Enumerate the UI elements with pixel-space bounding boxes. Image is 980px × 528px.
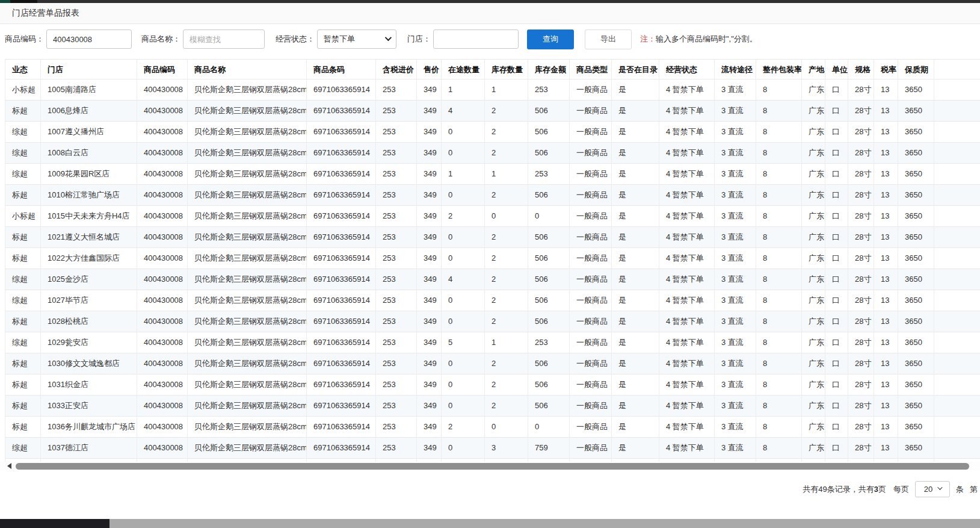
table-cell: 4 暂禁下单 bbox=[659, 417, 715, 438]
table-cell: 400430008 bbox=[137, 438, 188, 459]
table-cell: 506 bbox=[528, 101, 570, 122]
table-cell: 506 bbox=[528, 269, 570, 290]
table-cell: 广东 bbox=[802, 248, 825, 269]
table-cell bbox=[934, 248, 980, 269]
table-cell: 349 bbox=[417, 164, 442, 185]
table-cell: 2 bbox=[442, 417, 485, 438]
table-row: 标超1033正安店400430008贝伦斯企鹅三层钢双层蒸锅28cm697106… bbox=[5, 396, 980, 417]
operation-status-select[interactable]: 暂禁下单 bbox=[317, 30, 396, 49]
column-header: 流转途径 bbox=[715, 59, 756, 79]
table-cell: 4 bbox=[442, 269, 485, 290]
table-cell: 小标超 bbox=[5, 206, 41, 227]
table-cell: 4 暂禁下单 bbox=[659, 164, 715, 185]
table-cell: 253 bbox=[376, 374, 417, 396]
pagination-summary: 共有49条记录，共有3页 bbox=[803, 484, 886, 495]
table-cell: 28寸 bbox=[848, 374, 874, 396]
table-cell: 13 bbox=[874, 269, 898, 290]
table-cell: 是 bbox=[612, 101, 659, 122]
table-cell: 是 bbox=[612, 374, 659, 396]
page-scrollbar-thumb[interactable] bbox=[0, 519, 109, 528]
table-cell: 广东 bbox=[802, 206, 825, 227]
table-cell: 口 bbox=[825, 290, 848, 311]
table-cell: 6971063365914 bbox=[307, 206, 376, 227]
table-cell: 是 bbox=[612, 396, 659, 417]
table-cell: 3 直流 bbox=[715, 101, 756, 122]
table-cell: 3650 bbox=[898, 248, 934, 269]
table-cell: 口 bbox=[825, 122, 848, 143]
export-button[interactable]: 导出 bbox=[585, 30, 632, 49]
column-header: 业态 bbox=[5, 59, 41, 79]
table-cell: 506 bbox=[528, 122, 570, 143]
table-cell: 0 bbox=[485, 417, 528, 438]
table-cell: 口 bbox=[825, 143, 848, 164]
unit-label: 条 bbox=[956, 484, 964, 495]
table-cell: 349 bbox=[417, 122, 442, 143]
column-header: 售价 bbox=[417, 59, 442, 79]
table-cell: 8 bbox=[756, 122, 802, 143]
table-horizontal-scrollbar[interactable] bbox=[0, 462, 980, 470]
column-header: 库存数量 bbox=[485, 59, 528, 79]
column-header: 含税进价 bbox=[376, 59, 417, 79]
table-cell: 4 暂禁下单 bbox=[659, 332, 715, 353]
column-header: 保质期 bbox=[898, 59, 934, 79]
table-cell: 是 bbox=[612, 417, 659, 438]
table-cell: 2 bbox=[485, 185, 528, 206]
table-cell bbox=[934, 185, 980, 206]
column-header: 在途数量 bbox=[442, 59, 485, 79]
table-cell: 28寸 bbox=[848, 311, 874, 332]
table-cell: 1025金沙店 bbox=[41, 269, 137, 290]
table-cell: 口 bbox=[825, 101, 848, 122]
table-cell: 贝伦斯企鹅三层钢双层蒸锅28cm bbox=[188, 122, 307, 143]
scroll-left-arrow-icon[interactable] bbox=[7, 463, 11, 469]
store-input[interactable] bbox=[433, 30, 519, 49]
table-cell: 一般商品 bbox=[570, 438, 612, 459]
table-cell: 3650 bbox=[898, 311, 934, 332]
table-cell: 13 bbox=[874, 311, 898, 332]
product-code-input[interactable] bbox=[46, 30, 132, 49]
table-cell: 253 bbox=[376, 311, 417, 332]
summary-mid: 条记录，共有 bbox=[827, 485, 874, 494]
page-size-select[interactable]: 20 bbox=[915, 481, 950, 497]
table-cell: 1037德江店 bbox=[41, 438, 137, 459]
table-cell: 一般商品 bbox=[570, 164, 612, 185]
table-cell: 4 暂禁下单 bbox=[659, 79, 715, 101]
page-horizontal-scrollbar[interactable] bbox=[0, 519, 980, 528]
table-cell: 一般商品 bbox=[570, 248, 612, 269]
table-cell: 6971063365914 bbox=[307, 417, 376, 438]
table-cell: 口 bbox=[825, 353, 848, 374]
table-cell: 贝伦斯企鹅三层钢双层蒸锅28cm bbox=[188, 332, 307, 353]
table-cell: 253 bbox=[528, 79, 570, 101]
table-cell: 6971063365914 bbox=[307, 438, 376, 459]
table-cell: 6971063365914 bbox=[307, 164, 376, 185]
table-cell: 400430008 bbox=[137, 374, 188, 396]
title-bar: 门店经营单品报表 bbox=[0, 3, 980, 24]
table-cell: 28寸 bbox=[848, 101, 874, 122]
table-cell: 28寸 bbox=[848, 290, 874, 311]
table-cell: 8 bbox=[756, 438, 802, 459]
summary-suffix: 页 bbox=[878, 485, 886, 494]
table-cell: 1029瓮安店 bbox=[41, 332, 137, 353]
table-cell: 13 bbox=[874, 290, 898, 311]
table-cell: 4 暂禁下单 bbox=[659, 438, 715, 459]
column-header: 单位 bbox=[825, 59, 848, 79]
table-cell: 3650 bbox=[898, 396, 934, 417]
product-name-input[interactable] bbox=[183, 30, 265, 49]
table-cell: 3650 bbox=[898, 143, 934, 164]
table-cell: 是 bbox=[612, 311, 659, 332]
report-table-viewport: 业态门店商品编码商品名称商品条码含税进价售价在途数量库存数量库存金额商品类型是否… bbox=[0, 59, 980, 470]
column-header: 门店 bbox=[41, 59, 137, 79]
query-button[interactable]: 查询 bbox=[527, 30, 574, 49]
table-cell: 28寸 bbox=[848, 438, 874, 459]
table-cell: 0 bbox=[442, 396, 485, 417]
table-cell: 3 直流 bbox=[715, 206, 756, 227]
table-scrollbar-thumb[interactable] bbox=[16, 463, 969, 470]
table-cell: 标超 bbox=[5, 248, 41, 269]
table-row: 综超1037德江店400430008贝伦斯企鹅三层钢双层蒸锅28cm697106… bbox=[5, 438, 980, 459]
table-cell: 349 bbox=[417, 374, 442, 396]
table-cell: 253 bbox=[528, 164, 570, 185]
column-header: 商品类型 bbox=[570, 59, 612, 79]
table-cell: 贝伦斯企鹅三层钢双层蒸锅28cm bbox=[188, 374, 307, 396]
table-cell: 是 bbox=[612, 185, 659, 206]
table-cell: 贝伦斯企鹅三层钢双层蒸锅28cm bbox=[188, 248, 307, 269]
table-cell: 口 bbox=[825, 438, 848, 459]
